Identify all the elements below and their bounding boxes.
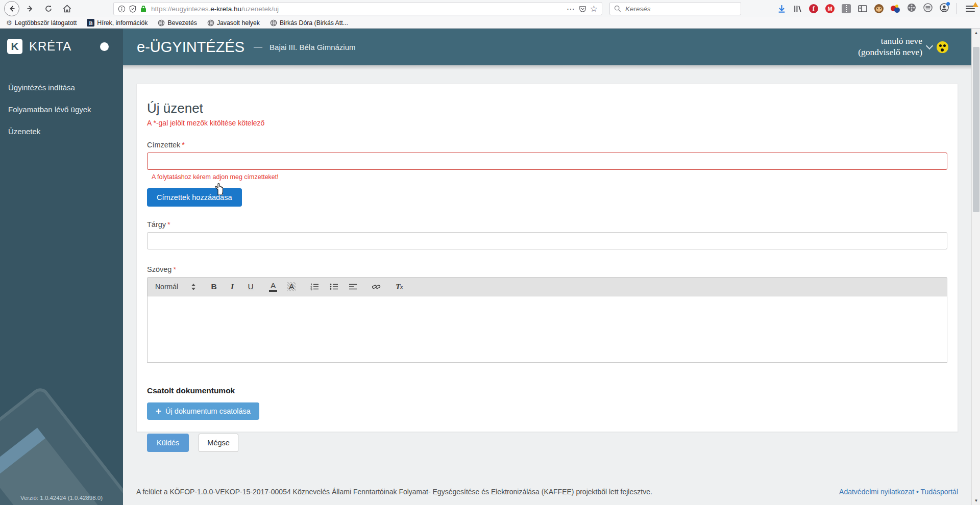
- version-text: Verzió: 1.0.42424 (1.0.42898.0): [0, 495, 123, 501]
- project-text: A felület a KÖFOP-1.0.0-VEKOP-15-2017-00…: [136, 488, 652, 496]
- rich-text-editor: Normál B I U A A: [147, 277, 947, 363]
- search-bar[interactable]: [609, 2, 741, 15]
- reload-button[interactable]: [41, 2, 56, 16]
- back-button[interactable]: [4, 2, 19, 16]
- privacy-link[interactable]: Adatvédelmi nyilatkozat: [839, 488, 914, 496]
- search-icon: [614, 5, 621, 12]
- home-icon: [63, 5, 71, 13]
- knowledge-portal-link[interactable]: Tudásportál: [921, 488, 958, 496]
- ublock-extension-icon[interactable]: [923, 3, 933, 14]
- school-name: Bajai III. Béla Gimnázium: [270, 43, 355, 52]
- library-icon[interactable]: [793, 5, 802, 13]
- app-title: e-ÜGYINTÉZÉS: [137, 39, 244, 56]
- updown-arrows-icon: [191, 284, 195, 290]
- facebook-extension-icon[interactable]: f: [809, 4, 818, 13]
- add-recipients-button[interactable]: Címzettek hozzáadása: [147, 188, 242, 207]
- recipients-error: A folytatáshoz kérem adjon meg címzettek…: [152, 173, 947, 181]
- forward-button[interactable]: [22, 2, 38, 16]
- home-button[interactable]: [59, 2, 75, 16]
- paragraph-style-select[interactable]: Normál: [155, 283, 195, 291]
- proxy-balls-extension-icon[interactable]: [891, 4, 900, 13]
- page-actions-icon[interactable]: ⋯: [567, 4, 575, 14]
- plus-icon: +: [156, 408, 161, 415]
- editor-toolbar: Normál B I U A A: [147, 277, 947, 296]
- page-title: Új üzenet: [147, 100, 947, 116]
- browser-chrome: https://eugyintezes.e-kreta.hu/uzenetek/…: [0, 0, 980, 29]
- subject-input[interactable]: [147, 232, 947, 249]
- main-content: Új üzenet A *-gal jelölt mezők kitöltése…: [123, 65, 971, 505]
- app-header: e-ÜGYINTÉZÉS — Bajai III. Béla Gimnázium…: [123, 29, 971, 65]
- globe-icon: [207, 19, 214, 27]
- app-sidebar: K KRÉTA Ügyintézés indítása Folyamatban …: [0, 29, 123, 505]
- cancel-button[interactable]: Mégse: [199, 434, 238, 452]
- bold-button[interactable]: B: [210, 282, 218, 291]
- text-color-button[interactable]: A: [269, 282, 277, 292]
- zip-extension-icon[interactable]: [842, 4, 851, 13]
- url-bar[interactable]: https://eugyintezes.e-kreta.hu/uzenetek/…: [113, 2, 602, 15]
- padlock-icon[interactable]: [140, 5, 147, 13]
- news-favicon-icon: B: [87, 19, 94, 27]
- back-icon: [4, 1, 19, 16]
- bookmark-item[interactable]: ⚙ Legtöbbször látogatott: [6, 19, 77, 27]
- video-downloader-extension-icon[interactable]: [907, 3, 916, 14]
- scroll-down-icon[interactable]: ▼: [972, 496, 980, 505]
- search-input[interactable]: [625, 5, 722, 13]
- sidebar-toggle-icon[interactable]: [858, 5, 867, 13]
- bookmark-label: Legtöbbször látogatott: [15, 19, 77, 27]
- chevron-down-icon: [926, 42, 933, 49]
- highlight-color-button[interactable]: A: [287, 282, 296, 291]
- decorative-tablet-illustration: [0, 385, 123, 505]
- message-body-input[interactable]: [147, 296, 947, 363]
- bookmark-item[interactable]: Birkás Dóra (Birkás Att...: [270, 19, 348, 27]
- align-button[interactable]: [349, 283, 357, 291]
- ordered-list-button[interactable]: [310, 283, 319, 291]
- paragraph-style-value: Normál: [155, 283, 178, 291]
- new-message-card: Új üzenet A *-gal jelölt mezők kitöltése…: [136, 84, 958, 432]
- link-button[interactable]: [372, 283, 381, 291]
- bookmark-label: Javasolt helyek: [217, 19, 260, 27]
- url-text: https://eugyintezes.e-kreta.hu/uzenetek/…: [151, 5, 279, 13]
- subject-label: Tárgy*: [147, 220, 947, 229]
- kreta-logo-icon: K: [7, 39, 22, 54]
- title-separator: —: [254, 42, 262, 52]
- page-footer: A felület a KÖFOP-1.0.0-VEKOP-15-2017-00…: [123, 488, 971, 496]
- sidebar-item-uzenetek[interactable]: Üzenetek: [0, 120, 123, 142]
- monkey-extension-icon[interactable]: [874, 4, 884, 13]
- bookmark-item[interactable]: Javasolt helyek: [207, 19, 260, 27]
- footer-link-separator: •: [916, 488, 919, 496]
- sidebar-item-ugyintezes-inditasa[interactable]: Ügyintézés indítása: [0, 77, 123, 98]
- bookmark-item[interactable]: B Hírek, információk: [87, 19, 148, 27]
- menu-button[interactable]: [966, 6, 975, 12]
- attach-document-button[interactable]: + Új dokumentum csatolása: [147, 402, 259, 420]
- tracking-shield-icon[interactable]: [129, 5, 136, 13]
- bookmark-label: Hírek, információk: [97, 19, 148, 27]
- bookmark-star-icon[interactable]: ☆: [590, 4, 598, 14]
- scroll-up-icon[interactable]: ▲: [972, 29, 980, 37]
- required-fields-note: A *-gal jelölt mezők kitöltése kötelező: [147, 119, 947, 127]
- mega-extension-icon[interactable]: M: [825, 4, 835, 13]
- bookmark-label: Bevezetés: [167, 19, 197, 27]
- user-name: tanuló neve (gondviselő neve): [858, 36, 922, 58]
- account-icon[interactable]: [940, 3, 949, 14]
- bookmark-label: Birkás Dóra (Birkás Att...: [280, 19, 348, 27]
- status-dot-icon: [100, 42, 109, 51]
- bookmark-item[interactable]: Bevezetés: [158, 19, 197, 27]
- recipients-input[interactable]: [147, 153, 947, 170]
- user-menu[interactable]: tanuló neve (gondviselő neve): [858, 29, 948, 65]
- bullet-list-button[interactable]: [329, 283, 338, 291]
- underline-button[interactable]: U: [247, 282, 255, 291]
- reload-icon: [44, 5, 53, 13]
- avatar[interactable]: [937, 41, 948, 53]
- sidebar-item-folyamatban-levo-ugyek[interactable]: Folyamatban lévő ügyek: [0, 98, 123, 120]
- italic-button[interactable]: I: [228, 282, 236, 291]
- body-label: Szöveg*: [147, 265, 947, 273]
- forward-icon: [26, 5, 34, 13]
- downloads-icon[interactable]: [777, 5, 786, 13]
- page-scrollbar[interactable]: ▲ ▼: [971, 29, 980, 505]
- pocket-icon[interactable]: [579, 5, 586, 13]
- scrollbar-thumb[interactable]: [973, 47, 979, 212]
- clear-formatting-button[interactable]: Tx: [395, 282, 403, 291]
- page-info-icon[interactable]: [118, 5, 126, 13]
- brand-name: KRÉTA: [29, 39, 71, 54]
- send-button[interactable]: Küldés: [147, 434, 189, 452]
